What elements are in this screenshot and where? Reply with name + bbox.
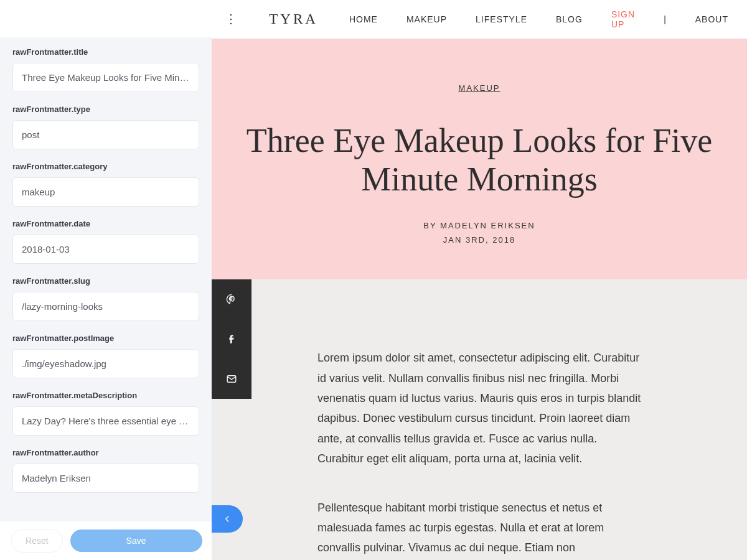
editor-field: rawFrontmatter.type	[12, 105, 199, 149]
field-label: rawFrontmatter.slug	[12, 276, 199, 286]
field-input[interactable]	[12, 235, 199, 264]
post-date: JAN 3RD, 2018	[237, 235, 722, 245]
editor-field: rawFrontmatter.date	[12, 219, 199, 264]
editor-field: rawFrontmatter.postImage	[12, 334, 199, 378]
share-email-button[interactable]	[212, 359, 251, 399]
nav-item[interactable]: LIFESTYLE	[476, 14, 527, 24]
field-input[interactable]	[12, 406, 199, 436]
field-input[interactable]	[12, 292, 199, 321]
field-input[interactable]	[12, 464, 199, 493]
editor-field: rawFrontmatter.metaDescription	[12, 391, 199, 436]
nav-item[interactable]: ABOUT	[695, 14, 728, 24]
nav-item[interactable]: BLOG	[556, 14, 583, 24]
post-paragraph: Pellentesque habitant morbi tristique se…	[317, 498, 641, 558]
editor-actions: Reset Save	[0, 521, 212, 560]
editor-fields-scroll[interactable]: rawFrontmatter.titlerawFrontmatter.typer…	[0, 37, 212, 521]
field-label: rawFrontmatter.type	[12, 105, 199, 114]
editor-field: rawFrontmatter.category	[12, 162, 199, 207]
brand-logo[interactable]: TYRA	[269, 11, 318, 27]
facebook-icon	[226, 334, 237, 345]
field-label: rawFrontmatter.metaDescription	[12, 391, 199, 400]
editor-sidebar: rawFrontmatter.titlerawFrontmatter.typer…	[0, 0, 212, 560]
field-input[interactable]	[12, 120, 199, 149]
share-pinterest-button[interactable]	[212, 279, 251, 319]
post-byline: BY MADELYN ERIKSEN	[237, 221, 722, 230]
nav-item[interactable]: HOME	[349, 14, 378, 24]
editor-field: rawFrontmatter.title	[12, 47, 199, 92]
field-label: rawFrontmatter.category	[12, 162, 199, 171]
field-input[interactable]	[12, 349, 199, 378]
editor-field: rawFrontmatter.author	[12, 448, 199, 493]
social-share-rail	[212, 279, 251, 399]
hamburger-icon[interactable]	[230, 14, 232, 24]
field-label: rawFrontmatter.title	[12, 47, 199, 57]
field-input[interactable]	[12, 63, 199, 92]
post-content: Lorem ipsum dolor sit amet, consectetur …	[212, 279, 747, 558]
main-nav: HOMEMAKEUPLIFESTYLEBLOGSIGN UP|ABOUT	[349, 9, 728, 29]
sidebar-header-blank	[0, 0, 212, 37]
post-category-link[interactable]: MAKEUP	[459, 83, 500, 93]
preview-pane: TYRA HOMEMAKEUPLIFESTYLEBLOGSIGN UP|ABOU…	[212, 0, 747, 560]
post-hero: MAKEUP Three Eye Makeup Looks for Five M…	[212, 39, 747, 279]
share-facebook-button[interactable]	[212, 319, 251, 359]
pinterest-icon	[226, 294, 237, 305]
nav-item[interactable]: MAKEUP	[406, 14, 447, 24]
nav-separator: |	[664, 14, 667, 24]
save-button[interactable]: Save	[70, 530, 202, 552]
nav-item[interactable]: SIGN UP	[611, 9, 635, 29]
field-label: rawFrontmatter.postImage	[12, 334, 199, 343]
collapse-sidebar-button[interactable]	[212, 505, 243, 533]
editor-field: rawFrontmatter.slug	[12, 276, 199, 321]
site-header: TYRA HOMEMAKEUPLIFESTYLEBLOGSIGN UP|ABOU…	[212, 0, 747, 39]
mail-icon	[226, 373, 237, 385]
field-label: rawFrontmatter.date	[12, 219, 199, 228]
chevron-left-icon	[222, 513, 233, 525]
reset-button[interactable]: Reset	[11, 529, 63, 553]
post-title: Three Eye Makeup Looks for Five Minute M…	[237, 121, 722, 198]
field-label: rawFrontmatter.author	[12, 448, 199, 457]
post-paragraph: Lorem ipsum dolor sit amet, consectetur …	[317, 348, 641, 469]
field-input[interactable]	[12, 177, 199, 207]
